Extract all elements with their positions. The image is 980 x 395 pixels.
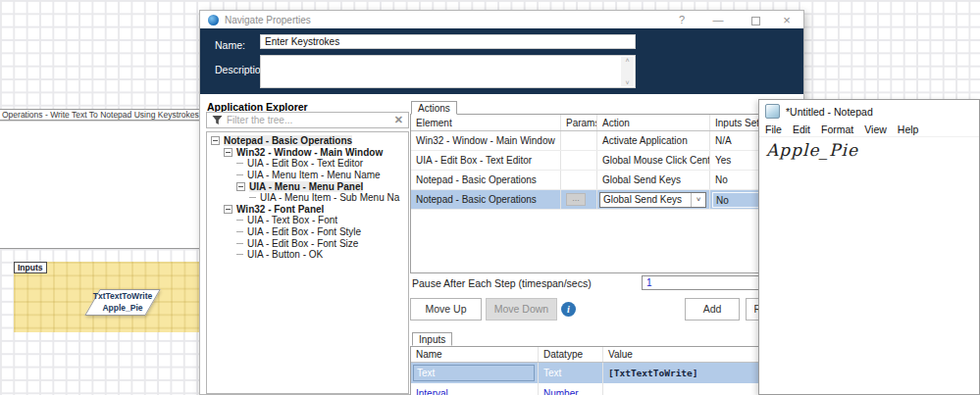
help-button[interactable]: ? [674, 14, 690, 25]
variable-value: Apple_Pie [54, 302, 191, 314]
add-button[interactable]: Add [685, 298, 740, 321]
notepad-icon [765, 104, 780, 119]
column-header: Element [411, 115, 561, 130]
collapse-icon[interactable] [236, 182, 245, 191]
inputs-group-label: Inputs [14, 262, 47, 273]
tree-item[interactable]: Win32 - Window - Main Window [207, 147, 408, 159]
collapse-icon[interactable] [224, 148, 232, 157]
menu-view[interactable]: View [864, 123, 887, 135]
move-up-button[interactable]: Move Up [410, 298, 482, 321]
pause-after-step-label: Pause After Each Step (timespan/secs) [412, 277, 592, 289]
table-row-selected[interactable]: Text Text [TxtTextToWrite] [411, 363, 792, 383]
table-row[interactable]: Win32 - Window - Main Window Activate Ap… [411, 131, 792, 151]
filter-icon [212, 115, 223, 125]
menu-format[interactable]: Format [821, 123, 853, 135]
menu-help[interactable]: Help [898, 123, 919, 135]
actions-table-header: Element Params Action Inputs Set [411, 115, 792, 131]
move-down-button[interactable]: Move Down [486, 298, 557, 321]
menu-file[interactable]: File [765, 123, 782, 135]
inputs-group: Inputs TxtTextToWrite Apple_Pie [14, 262, 203, 332]
notepad-menubar: File Edit Format View Help [759, 123, 979, 137]
inputs-table: Name Datatype Value Text Text [TxtTextTo… [410, 346, 793, 395]
flow-window-title: Operations - Write Text To Notepad Using… [0, 110, 200, 121]
variable-name: TxtTextToWrite [54, 290, 191, 302]
tree-item[interactable]: UIA - Edit Box - Font Style [207, 226, 408, 238]
chevron-down-icon[interactable]: ˅ [691, 193, 705, 207]
dialog-title: Navigate Properties [225, 15, 311, 25]
dialog-header: Name: Enter Keystrokes Description: ˄ ˅ [200, 28, 803, 94]
notepad-title: *Untitled - Notepad [786, 106, 873, 118]
tree-item[interactable]: UIA - Menu Item - Sub Menu Na [207, 192, 408, 204]
variable-node-text: TxtTextToWrite Apple_Pie [54, 290, 191, 314]
table-row[interactable]: Interval Number [411, 383, 792, 395]
table-row[interactable]: UIA - Edit Box - Text Editor Global Mous… [411, 151, 792, 171]
params-button[interactable]: ... [566, 193, 586, 206]
application-explorer-tree: Notepad - Basic Operations Win32 - Windo… [206, 131, 409, 394]
tree-item[interactable]: UIA - Button - OK [207, 249, 408, 261]
filter-tree-input[interactable]: Filter the tree... ✕ [206, 112, 409, 128]
menu-edit[interactable]: Edit [793, 123, 810, 135]
app-icon [208, 15, 219, 25]
tree-item[interactable]: UIA - Menu - Menu Panel [207, 180, 408, 192]
description-input[interactable]: ˄ ˅ [260, 55, 636, 88]
column-header: Name [411, 347, 539, 362]
info-icon[interactable]: i [561, 302, 576, 317]
collapse-icon[interactable] [211, 136, 220, 145]
table-row[interactable]: Notepad - Basic Operations Global Send K… [411, 171, 792, 190]
inputs-table-header: Name Datatype Value [411, 347, 792, 363]
description-scrollbar[interactable]: ˄ ˅ [621, 57, 634, 86]
collapse-icon[interactable] [224, 205, 232, 214]
clear-filter-icon[interactable]: ✕ [394, 114, 403, 126]
tree-item[interactable]: Notepad - Basic Operations [207, 135, 408, 147]
column-header: Action [597, 115, 710, 130]
maximize-button[interactable] [748, 14, 763, 27]
filter-placeholder: Filter the tree... [227, 115, 394, 125]
notepad-text-area[interactable]: Apple_Pie [759, 137, 979, 163]
actions-table: Element Params Action Inputs Set Win32 -… [410, 114, 793, 273]
tree-item[interactable]: UIA - Text Box - Font [207, 215, 408, 226]
navigate-properties-dialog: Navigate Properties ? — × Name: Enter Ke… [199, 10, 804, 395]
action-combobox[interactable]: Global Send Keys ˅ [599, 192, 706, 208]
maximize-icon [751, 17, 760, 25]
table-row-selected[interactable]: Notepad - Basic Operations ... Global Se… [411, 190, 792, 210]
tree-item[interactable]: UIA - Menu Item - Menu Name [207, 170, 408, 181]
close-button[interactable]: × [779, 13, 795, 27]
notepad-titlebar: *Untitled - Notepad [759, 100, 979, 123]
tab-inputs[interactable]: Inputs [412, 332, 452, 346]
flow-window: Operations - Write Text To Notepad Using… [0, 109, 201, 249]
minimize-button[interactable]: — [710, 14, 726, 25]
dialog-titlebar: Navigate Properties ? — × [200, 11, 803, 28]
tree-item[interactable]: UIA - Edit Box - Font Size [207, 237, 408, 249]
scroll-down-icon[interactable]: ˅ [621, 79, 634, 86]
tab-actions[interactable]: Actions [411, 101, 457, 115]
name-input[interactable]: Enter Keystrokes [260, 34, 636, 49]
tree-item[interactable]: Win32 - Font Panel [207, 204, 408, 216]
column-header: Datatype [539, 347, 603, 362]
scroll-up-icon[interactable]: ˄ [621, 57, 634, 64]
notepad-window: *Untitled - Notepad File Edit Format Vie… [758, 99, 980, 395]
tree-item[interactable]: UIA - Edit Box - Text Editor [207, 158, 408, 170]
column-header: Params [561, 115, 597, 130]
name-label: Name: [215, 39, 245, 51]
